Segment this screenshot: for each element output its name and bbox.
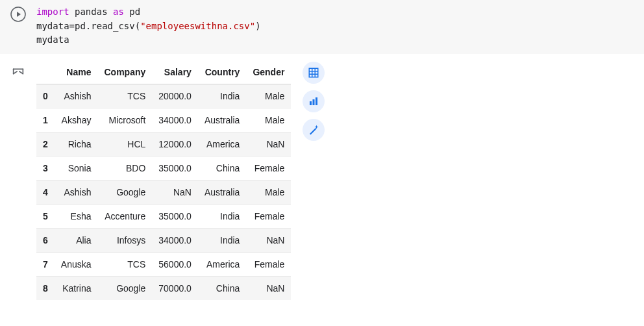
variable-inspector-button[interactable]: [11, 64, 25, 81]
cell: 34000.0: [152, 108, 198, 132]
output-gutter: [0, 60, 36, 300]
cell: Accenture: [98, 205, 153, 229]
svg-rect-3: [316, 97, 317, 105]
table-header-row: Name Company Salary Country Gender: [36, 60, 291, 84]
cell: TCS: [98, 253, 153, 277]
code-text: pd: [129, 6, 140, 17]
cell: 56000.0: [152, 253, 198, 277]
cell: Female: [246, 157, 291, 181]
cell: Anuska: [55, 253, 98, 277]
cell: 12000.0: [152, 132, 198, 157]
row-index: 7: [36, 253, 55, 277]
code-text: ): [255, 21, 260, 31]
table-row: 8 Katrina Google 70000.0 China NaN: [36, 277, 291, 301]
cell: China: [198, 277, 246, 301]
row-index: 5: [36, 205, 55, 229]
cell: Male: [246, 181, 291, 205]
cell: India: [198, 84, 246, 108]
cell: America: [198, 253, 246, 277]
cell: 20000.0: [152, 84, 198, 108]
code-input-area: import pandas as pd mydata=pd.read_csv("…: [0, 0, 644, 54]
string-literal: "employeeswithna.csv": [140, 21, 255, 31]
cell: Google: [98, 277, 153, 301]
keyword-import: import: [36, 6, 69, 17]
variables-icon: [11, 64, 25, 79]
cell: America: [198, 132, 246, 157]
run-cell-button[interactable]: [10, 6, 26, 22]
cell: HCL: [98, 132, 153, 157]
row-index: 4: [36, 181, 55, 205]
svg-rect-1: [310, 101, 312, 105]
cell: NaN: [246, 132, 291, 157]
cell: Richa: [55, 132, 98, 157]
output-body: Name Company Salary Country Gender 0 Ash…: [36, 60, 325, 300]
cell: Ashish: [55, 181, 98, 205]
col-header: Name: [55, 60, 98, 84]
col-header: Salary: [152, 60, 198, 84]
cell: 35000.0: [152, 205, 198, 229]
dataframe-table: Name Company Salary Country Gender 0 Ash…: [36, 60, 291, 300]
table-row: 4 Ashish Google NaN Australia Male: [36, 181, 291, 205]
table-row: 6 Alia Infosys 34000.0 India NaN: [36, 229, 291, 253]
col-header: Country: [198, 60, 246, 84]
table-row: 1 Akshay Microsoft 34000.0 Australia Mal…: [36, 108, 291, 132]
cell: Male: [246, 84, 291, 108]
cell: Australia: [198, 108, 246, 132]
cell: 70000.0: [152, 277, 198, 301]
output-area: Name Company Salary Country Gender 0 Ash…: [0, 54, 644, 300]
cell: Katrina: [55, 277, 98, 301]
cell: Ashish: [55, 84, 98, 108]
code-editor[interactable]: import pandas as pd mydata=pd.read_csv("…: [36, 5, 261, 47]
cell: 34000.0: [152, 229, 198, 253]
notebook-cell: import pandas as pd mydata=pd.read_csv("…: [0, 0, 644, 300]
cell: Male: [246, 108, 291, 132]
row-index: 3: [36, 157, 55, 181]
interactive-table-button[interactable]: [303, 62, 325, 84]
code-text: mydata: [36, 34, 69, 45]
svg-rect-2: [313, 99, 315, 105]
table-icon: [308, 67, 319, 79]
table-row: 2 Richa HCL 12000.0 America NaN: [36, 132, 291, 157]
cell: Akshay: [55, 108, 98, 132]
col-header: Gender: [246, 60, 291, 84]
row-index: 8: [36, 277, 55, 301]
code-text: pandas: [75, 6, 108, 17]
cell: Alia: [55, 229, 98, 253]
row-index: 6: [36, 229, 55, 253]
index-header: [36, 60, 55, 84]
code-text: mydata=pd.read_csv(: [36, 21, 140, 31]
col-header: Company: [98, 60, 153, 84]
cell: NaN: [246, 229, 291, 253]
cell: 35000.0: [152, 157, 198, 181]
cell: Google: [98, 181, 153, 205]
cell: China: [198, 157, 246, 181]
row-index: 1: [36, 108, 55, 132]
magic-suggest-button[interactable]: [303, 119, 325, 141]
cell: Female: [246, 205, 291, 229]
dataframe-actions: [303, 60, 325, 141]
cell: India: [198, 229, 246, 253]
cell: Microsoft: [98, 108, 153, 132]
cell: India: [198, 205, 246, 229]
row-index: 2: [36, 132, 55, 157]
cell: Australia: [198, 181, 246, 205]
table-row: 3 Sonia BDO 35000.0 China Female: [36, 157, 291, 181]
cell: Sonia: [55, 157, 98, 181]
table-row: 0 Ashish TCS 20000.0 India Male: [36, 84, 291, 108]
cell: Female: [246, 253, 291, 277]
suggest-chart-button[interactable]: [303, 90, 325, 112]
cell: NaN: [246, 277, 291, 301]
play-icon: [10, 6, 26, 22]
cell: TCS: [98, 84, 153, 108]
cell: BDO: [98, 157, 153, 181]
table-row: 7 Anuska TCS 56000.0 America Female: [36, 253, 291, 277]
cell: Esha: [55, 205, 98, 229]
cell: Infosys: [98, 229, 153, 253]
cell: NaN: [152, 181, 198, 205]
table-row: 5 Esha Accenture 35000.0 India Female: [36, 205, 291, 229]
magic-wand-icon: [308, 124, 319, 136]
row-index: 0: [36, 84, 55, 108]
chart-icon: [308, 95, 319, 107]
keyword-as: as: [113, 6, 124, 17]
run-gutter: [0, 5, 36, 47]
